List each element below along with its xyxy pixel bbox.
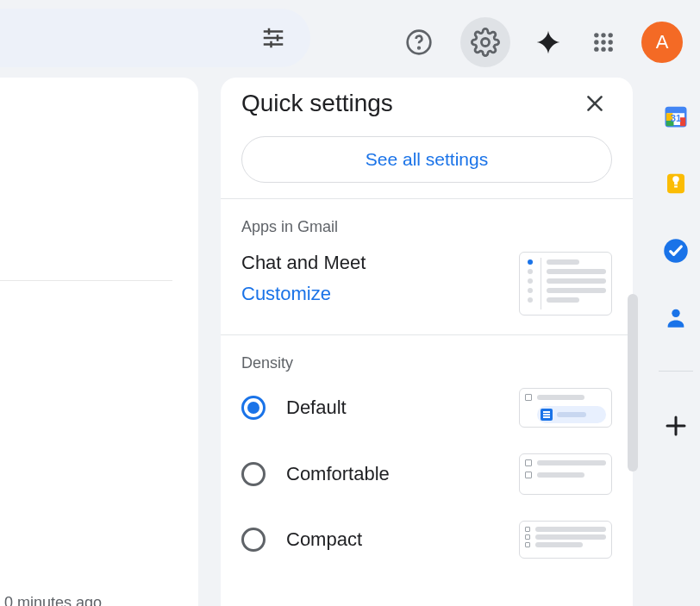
density-option-comfortable[interactable]: Comfortable — [241, 453, 612, 495]
density-label: Default — [286, 397, 498, 419]
tune-icon[interactable] — [260, 25, 286, 51]
section-density-title: Density — [241, 354, 612, 372]
svg-point-10 — [601, 33, 605, 37]
radio-comfortable[interactable] — [241, 462, 266, 486]
apps-grid-icon[interactable] — [586, 22, 621, 63]
settings-icon[interactable] — [460, 17, 510, 67]
svg-point-9 — [594, 33, 598, 37]
radio-compact[interactable] — [241, 528, 266, 552]
svg-point-17 — [608, 47, 612, 51]
app-header: A — [0, 0, 700, 78]
svg-point-29 — [672, 309, 679, 317]
svg-point-7 — [418, 47, 420, 49]
close-button[interactable] — [578, 86, 612, 121]
scrollbar[interactable] — [628, 294, 638, 472]
section-density: Density Default Comfortable C — [221, 334, 633, 578]
apps-thumbnail — [519, 252, 612, 315]
density-option-compact[interactable]: Compact — [241, 521, 612, 559]
avatar[interactable]: A — [641, 22, 683, 63]
close-icon — [584, 92, 606, 115]
help-icon[interactable] — [398, 22, 440, 63]
panel-title: Quick settings — [241, 90, 393, 117]
contacts-icon[interactable] — [664, 305, 688, 329]
svg-point-11 — [608, 33, 612, 37]
svg-point-8 — [481, 38, 489, 46]
density-thumb-compact — [519, 521, 612, 559]
gemini-icon[interactable] — [531, 22, 566, 63]
quick-settings-panel: Quick settings See all settings Apps in … — [221, 78, 633, 606]
tasks-icon[interactable] — [663, 238, 689, 264]
right-sidebar: 31 — [652, 78, 700, 606]
svg-point-12 — [594, 40, 598, 44]
search-bar[interactable] — [0, 9, 310, 67]
apps-customize-link[interactable]: Customize — [241, 283, 366, 305]
density-thumb-default — [519, 388, 612, 428]
svg-point-14 — [608, 40, 612, 44]
main-pane: activity: 0 minutes ago — [0, 78, 198, 606]
apps-name: Chat and Meet — [241, 252, 366, 274]
radio-default[interactable] — [241, 396, 266, 420]
see-all-settings-button[interactable]: See all settings — [241, 136, 612, 183]
density-option-default[interactable]: Default — [241, 388, 612, 428]
avatar-initial: A — [656, 31, 669, 53]
sidebar-divider — [659, 371, 693, 372]
svg-point-13 — [601, 40, 605, 44]
density-label: Compact — [286, 528, 498, 551]
divider — [0, 280, 172, 281]
svg-point-16 — [601, 47, 605, 51]
calendar-icon[interactable]: 31 — [663, 103, 689, 129]
see-all-label: See all settings — [366, 149, 488, 170]
density-thumb-comfortable — [519, 453, 612, 495]
keep-icon[interactable] — [663, 171, 689, 197]
svg-text:31: 31 — [671, 113, 682, 123]
add-icon[interactable] — [663, 413, 689, 439]
svg-rect-27 — [674, 186, 678, 188]
activity-text: activity: 0 minutes ago — [0, 594, 102, 606]
section-apps-title: Apps in Gmail — [241, 218, 612, 236]
section-apps: Apps in Gmail Chat and Meet Customize — [221, 199, 633, 334]
density-label: Comfortable — [286, 463, 498, 485]
svg-point-15 — [594, 47, 598, 51]
